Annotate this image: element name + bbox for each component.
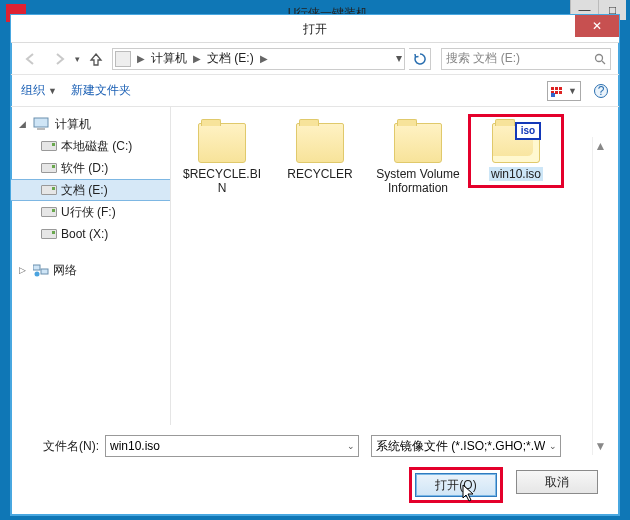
file-label: win10.iso: [489, 167, 543, 181]
file-label: RECYCLER: [277, 167, 363, 181]
svg-rect-7: [41, 269, 48, 274]
scroll-down-icon: ▼: [595, 439, 607, 453]
file-item-folder[interactable]: System Volume Information: [373, 117, 463, 199]
folder-icon: [198, 123, 246, 163]
back-button[interactable]: [19, 47, 43, 71]
filename-combo[interactable]: win10.iso ⌄: [105, 435, 359, 457]
open-button[interactable]: 打开(O): [415, 473, 497, 497]
breadcrumb-dropdown-icon[interactable]: ▾: [396, 51, 402, 65]
file-item-folder[interactable]: RECYCLER: [275, 117, 365, 185]
up-button[interactable]: [86, 49, 106, 69]
cancel-button-label: 取消: [545, 474, 569, 491]
tree-node-drive-d[interactable]: 软件 (D:): [11, 157, 170, 179]
file-item-iso[interactable]: iso win10.iso: [471, 117, 561, 185]
file-type-filter[interactable]: 系统镜像文件 (*.ISO;*.GHO;*.W ⌄: [371, 435, 561, 457]
view-mode-button[interactable]: ▼: [547, 81, 581, 101]
svg-rect-4: [34, 118, 48, 127]
tree-label: Boot (X:): [61, 227, 108, 241]
filename-label: 文件名(N):: [25, 438, 99, 455]
drive-icon: [41, 207, 57, 217]
search-input[interactable]: 搜索 文档 (E:): [441, 48, 611, 70]
tree-node-computer[interactable]: ◢ 计算机: [11, 113, 170, 135]
computer-icon: [33, 117, 51, 131]
history-dropdown-icon[interactable]: ▾: [75, 54, 80, 64]
open-button-highlight: 打开(O): [409, 467, 503, 503]
collapse-icon: ◢: [19, 119, 29, 129]
new-folder-label: 新建文件夹: [71, 82, 131, 99]
arrow-up-icon: [89, 52, 103, 66]
iso-file-icon: iso: [492, 123, 540, 163]
svg-line-1: [602, 61, 605, 64]
tree-label: 文档 (E:): [61, 182, 108, 199]
tree-node-drive-f[interactable]: U行侠 (F:): [11, 201, 170, 223]
file-list[interactable]: $RECYCLE.BIN RECYCLER System Volume Info…: [171, 107, 619, 425]
help-icon: ?: [593, 83, 609, 99]
scrollbar[interactable]: ▲ ▼: [592, 137, 608, 455]
tree-label: U行侠 (F:): [61, 204, 116, 221]
filter-value: 系统镜像文件 (*.ISO;*.GHO;*.W: [376, 438, 545, 455]
tree-node-drive-x[interactable]: Boot (X:): [11, 223, 170, 245]
search-icon: [594, 53, 606, 65]
svg-text:?: ?: [598, 84, 605, 98]
tree-label: 软件 (D:): [61, 160, 108, 177]
toolbar: 组织 ▼ 新建文件夹 ▼ ?: [11, 75, 619, 107]
sidebar: ◢ 计算机 本地磁盘 (C:) 软件 (D:) 文档 (E:) U行侠 (F:): [11, 107, 171, 425]
search-placeholder: 搜索 文档 (E:): [446, 50, 520, 67]
body-area: ◢ 计算机 本地磁盘 (C:) 软件 (D:) 文档 (E:) U行侠 (F:): [11, 107, 619, 425]
svg-point-0: [596, 54, 603, 61]
arrow-left-icon: [23, 51, 39, 67]
chevron-down-icon: ⌄: [549, 441, 557, 451]
footer: 文件名(N): win10.iso ⌄ 系统镜像文件 (*.ISO;*.GHO;…: [11, 425, 619, 503]
tree-label: 计算机: [55, 116, 91, 133]
file-label: System Volume Information: [375, 167, 461, 195]
file-label: $RECYCLE.BIN: [179, 167, 265, 195]
refresh-button[interactable]: [409, 48, 431, 70]
drive-icon: [41, 185, 57, 195]
organize-label: 组织: [21, 82, 45, 99]
expand-icon: ▷: [19, 265, 29, 275]
chevron-right-icon: ▶: [135, 53, 147, 64]
tree-node-drive-c[interactable]: 本地磁盘 (C:): [11, 135, 170, 157]
dialog-title: 打开: [11, 15, 619, 43]
drive-icon: [41, 229, 57, 239]
chevron-down-icon: ▼: [48, 86, 57, 96]
breadcrumb-segment-drive[interactable]: 文档 (E:): [203, 50, 258, 67]
network-icon: [33, 263, 49, 277]
arrow-right-icon: [51, 51, 67, 67]
iso-badge-icon: iso: [515, 122, 541, 140]
breadcrumb-segment-computer[interactable]: 计算机: [147, 50, 191, 67]
breadcrumb-bar[interactable]: ▶ 计算机 ▶ 文档 (E:) ▶ ▾: [112, 48, 405, 70]
chevron-down-icon: ▼: [568, 86, 577, 96]
tree-label: 本地磁盘 (C:): [61, 138, 132, 155]
open-dialog: 打开 ✕ ▾ ▶ 计算机 ▶ 文档 (E:) ▶ ▾ 搜索 文档 (E:): [10, 14, 620, 516]
filename-value: win10.iso: [110, 439, 160, 453]
refresh-icon: [414, 53, 426, 65]
navigation-bar: ▾ ▶ 计算机 ▶ 文档 (E:) ▶ ▾ 搜索 文档 (E:): [11, 43, 619, 75]
chevron-right-icon: ▶: [191, 53, 203, 64]
title-bar: 打开 ✕: [11, 15, 619, 43]
new-folder-button[interactable]: 新建文件夹: [71, 82, 131, 99]
svg-rect-5: [37, 128, 45, 130]
scroll-up-icon: ▲: [595, 139, 607, 153]
open-button-label: 打开(O): [435, 477, 476, 494]
drive-icon: [41, 141, 57, 151]
close-button[interactable]: ✕: [575, 15, 619, 37]
cancel-button[interactable]: 取消: [516, 470, 598, 494]
chevron-down-icon: ⌄: [347, 441, 355, 451]
drive-icon: [41, 163, 57, 173]
svg-rect-6: [33, 265, 40, 270]
close-icon: ✕: [592, 19, 602, 33]
drive-icon: [115, 51, 131, 67]
file-item-folder[interactable]: $RECYCLE.BIN: [177, 117, 267, 199]
cancel-button-wrap: 取消: [513, 467, 601, 503]
chevron-right-icon: ▶: [258, 53, 270, 64]
help-button[interactable]: ?: [593, 83, 609, 99]
folder-icon: [296, 123, 344, 163]
tree-node-drive-e[interactable]: 文档 (E:): [11, 179, 170, 201]
svg-point-8: [35, 272, 40, 277]
organize-menu[interactable]: 组织 ▼: [21, 82, 57, 99]
forward-button[interactable]: [47, 47, 71, 71]
tree-node-network[interactable]: ▷ 网络: [11, 259, 170, 281]
tree-label: 网络: [53, 262, 77, 279]
folder-icon: [394, 123, 442, 163]
